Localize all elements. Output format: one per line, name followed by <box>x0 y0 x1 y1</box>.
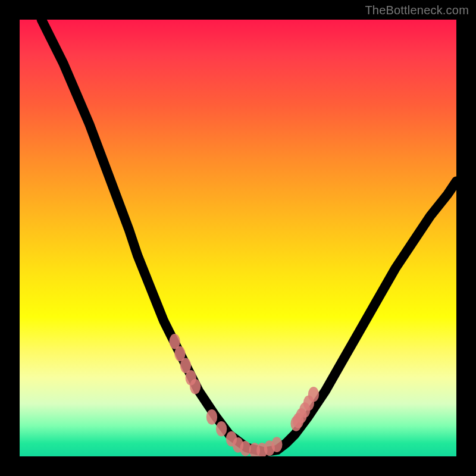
curve-marker <box>190 379 201 394</box>
chart-frame: TheBottleneck.com <box>0 0 476 476</box>
watermark-text: TheBottleneck.com <box>365 4 469 17</box>
curve-marker <box>206 409 217 425</box>
curve-marker <box>308 387 319 402</box>
curve-marker <box>216 421 227 437</box>
curve-marker <box>240 441 250 456</box>
bottleneck-curve <box>42 20 456 452</box>
plot-area <box>20 20 456 456</box>
curve-layer <box>20 20 456 456</box>
curve-marker <box>271 437 282 452</box>
